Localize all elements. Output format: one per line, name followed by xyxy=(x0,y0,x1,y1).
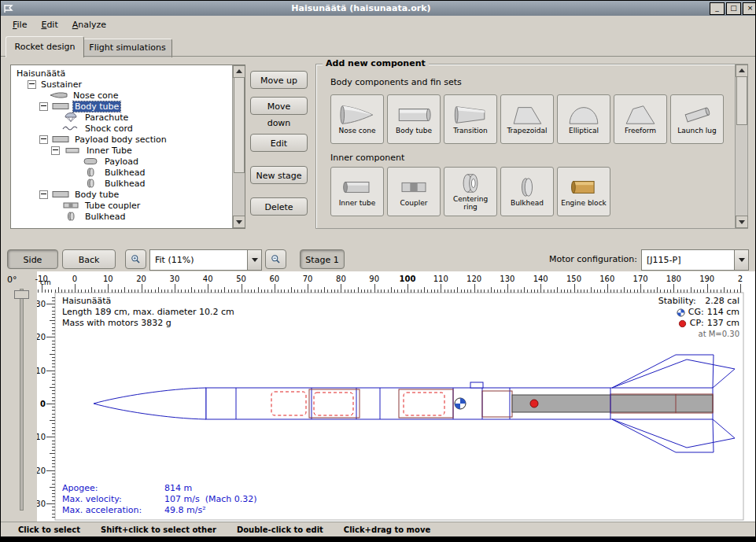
status-bar: Click to select Shift+click to select ot… xyxy=(1,522,756,537)
tree-item-payload-body-section[interactable]: Payload body section xyxy=(11,134,245,145)
mach-note: at M=0.30 xyxy=(658,329,739,340)
zoom-in-icon xyxy=(131,253,141,266)
tree-item-rocket[interactable]: Haisunäätä xyxy=(11,68,245,79)
collapse-toggle-icon[interactable] xyxy=(28,80,36,89)
zoom-in-button[interactable] xyxy=(125,249,146,269)
menu-analyze[interactable]: Analyze xyxy=(65,17,113,32)
tree-item-bulkhead-3[interactable]: Bulkhead xyxy=(11,211,245,222)
component-button-transition[interactable]: Transition xyxy=(444,94,497,144)
max-acceleration-value: 49.8 m/s² xyxy=(164,505,206,516)
body-tube-icon xyxy=(51,190,70,199)
component-button-launch-lug[interactable]: Launch lug xyxy=(670,94,724,144)
bulkhead-icon xyxy=(81,168,100,177)
collapse-toggle-icon[interactable] xyxy=(39,190,48,199)
parachute-icon xyxy=(61,112,80,122)
component-button-elliptical[interactable]: Elliptical xyxy=(557,94,610,144)
add-component-group: Add new component Body components and fi… xyxy=(315,64,748,229)
zoom-level-select[interactable]: Fit (11%) xyxy=(149,249,262,271)
component-button-body-tube[interactable]: Body tube xyxy=(387,94,441,144)
move-down-button[interactable]: Move down xyxy=(250,97,308,115)
component-button-trapezoidal[interactable]: Trapezoidal xyxy=(500,94,554,144)
body-components-label: Body components and fin sets xyxy=(330,77,462,87)
side-view-button[interactable]: Side view xyxy=(7,249,58,269)
tree-item-nose-cone[interactable]: Nose cone xyxy=(11,90,245,101)
component-button-inner-tube[interactable]: Inner tube xyxy=(330,167,384,216)
tree-scrollbar[interactable] xyxy=(232,65,245,228)
new-stage-button[interactable]: New stage xyxy=(250,166,308,184)
cg-label: CG: xyxy=(688,307,704,318)
move-up-button[interactable]: Move up xyxy=(250,71,308,89)
menu-edit[interactable]: Edit xyxy=(34,17,65,32)
tree-item-body-tube-2[interactable]: Body tube xyxy=(11,189,245,200)
tab-divider xyxy=(1,56,755,57)
tree-item-sustainer[interactable]: Sustainer xyxy=(11,79,245,90)
nose-cone-icon xyxy=(339,103,375,127)
body-tube-icon xyxy=(396,103,432,127)
window-bottom-edge xyxy=(0,536,756,542)
delete-button[interactable]: Delete xyxy=(250,197,308,216)
component-button-freeform[interactable]: Freeform xyxy=(614,94,667,144)
rocket-view-canvas[interactable]: 0° cm -100102030405060708090100110120130… xyxy=(1,271,755,522)
tree-item-bulkhead-1[interactable]: Bulkhead xyxy=(11,167,245,178)
component-tree[interactable]: Haisunäätä Sustainer Nose cone Body tube… xyxy=(10,65,245,229)
component-button-bulkhead[interactable]: Bulkhead xyxy=(500,167,554,216)
tree-item-inner-tube[interactable]: Inner Tube xyxy=(11,145,245,156)
tab-flight-simulations[interactable]: Flight simulations xyxy=(83,39,172,57)
hint-click-drag: Click+drag to move xyxy=(344,525,430,534)
tree-item-shock-cord[interactable]: Shock cord xyxy=(11,123,245,134)
motor-configuration-value: [J115-P] xyxy=(642,255,734,265)
collapse-toggle-icon[interactable] xyxy=(39,102,48,111)
stability-value: 2.28 cal xyxy=(705,296,739,307)
hint-double-click: Double-click to edit xyxy=(237,525,323,534)
tree-item-payload[interactable]: Payload xyxy=(11,156,245,167)
close-button[interactable]: × xyxy=(743,2,756,15)
max-velocity-value: 107 m/s (Mach 0.32) xyxy=(164,494,256,505)
edit-button[interactable]: Edit xyxy=(250,134,308,152)
tree-item-body-tube[interactable]: Body tube xyxy=(11,101,245,112)
inner-component-label: Inner component xyxy=(330,153,404,163)
rotation-slider[interactable] xyxy=(20,289,24,511)
scrollbar-thumb[interactable] xyxy=(736,76,747,125)
body-tube-icon xyxy=(51,135,70,144)
title-bar[interactable]: Haisunäätä (haisunaata.ork) _ □ × xyxy=(1,1,756,16)
stage-1-toggle[interactable]: Stage 1 xyxy=(300,249,345,269)
scroll-up-icon[interactable] xyxy=(233,65,245,78)
coupler-icon xyxy=(396,175,432,199)
scrollbar-thumb[interactable] xyxy=(234,77,245,173)
body-component-buttons: Nose cone Body tube Transition Trapezoid… xyxy=(330,94,724,144)
cp-value: 137 cm xyxy=(707,318,739,329)
centering-ring-icon xyxy=(452,171,489,195)
component-panel-scrollbar[interactable] xyxy=(735,65,747,228)
collapse-toggle-icon[interactable] xyxy=(39,135,48,144)
stability-block: Stability: 2.28 cal CG:114 cm CP:137 cm … xyxy=(658,296,739,340)
zoom-level-value: Fit (11%) xyxy=(150,255,247,265)
vertical-ruler: -30-20-100102030 xyxy=(37,293,55,520)
collapse-toggle-icon[interactable] xyxy=(51,146,60,155)
minimize-button[interactable]: _ xyxy=(710,2,725,15)
menu-file[interactable]: File xyxy=(6,17,34,32)
nose-cone-icon xyxy=(50,90,68,100)
maximize-button[interactable]: □ xyxy=(726,2,741,15)
horizontal-ruler: -100102030405060708090100110120130140150… xyxy=(1,273,747,293)
coupler-icon xyxy=(61,201,80,210)
flight-stats-block: Apogee:814 m Max. velocity:107 m/s (Mach… xyxy=(62,483,256,516)
component-button-centering-ring[interactable]: Centering ring xyxy=(444,167,497,216)
tab-rocket-design[interactable]: Rocket design xyxy=(6,36,84,57)
dropdown-arrow-icon[interactable] xyxy=(734,250,748,270)
group-title: Add new component xyxy=(323,58,429,68)
motor-configuration-select[interactable]: [J115-P] xyxy=(641,249,749,271)
elliptical-fin-icon xyxy=(566,103,602,127)
tree-item-parachute[interactable]: Parachute xyxy=(11,112,245,123)
scroll-down-icon[interactable] xyxy=(736,216,748,228)
back-view-button[interactable]: Back view xyxy=(62,249,116,269)
scroll-down-icon[interactable] xyxy=(233,216,245,228)
zoom-out-button[interactable] xyxy=(265,249,286,269)
scroll-up-icon[interactable] xyxy=(736,65,748,77)
dropdown-arrow-icon[interactable] xyxy=(247,250,261,270)
tree-item-tube-coupler[interactable]: Tube coupler xyxy=(11,200,245,211)
tree-item-bulkhead-2[interactable]: Bulkhead xyxy=(11,178,245,189)
cg-marker xyxy=(455,398,466,409)
component-button-engine-block[interactable]: Engine block xyxy=(557,167,610,216)
component-button-nose-cone[interactable]: Nose cone xyxy=(330,94,384,144)
component-button-coupler[interactable]: Coupler xyxy=(387,167,441,216)
